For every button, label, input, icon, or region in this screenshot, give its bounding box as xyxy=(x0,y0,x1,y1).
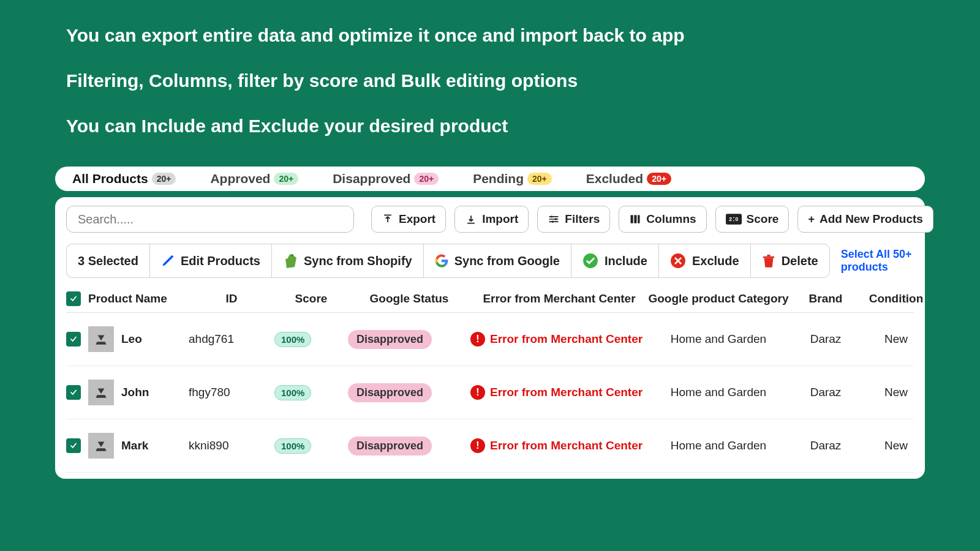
toolbar-primary: Export Import Filters Columns 20 Score xyxy=(66,206,914,233)
tab-disapproved[interactable]: Disapproved 20+ xyxy=(333,171,439,186)
product-name: Leo xyxy=(121,332,142,346)
sliders-icon xyxy=(548,213,560,225)
plus-icon: + xyxy=(808,213,815,226)
brand: Daraz xyxy=(789,439,862,452)
columns-button[interactable]: Columns xyxy=(619,206,706,233)
svg-rect-4 xyxy=(635,215,637,223)
sync-shopify-button[interactable]: Sync from Shopify xyxy=(271,244,423,278)
col-gcat: Google product Category xyxy=(648,292,789,305)
score-button[interactable]: 20 Score xyxy=(715,206,790,233)
score-badge: 100% xyxy=(274,438,311,454)
delete-button[interactable]: Delete xyxy=(750,244,830,278)
headline-2: Filtering, Columns, filter by score and … xyxy=(66,70,919,92)
row-checkbox[interactable] xyxy=(66,332,81,347)
header-checkbox[interactable] xyxy=(66,291,81,306)
tab-label: Pending xyxy=(473,171,524,186)
button-label: Import xyxy=(482,212,518,226)
google-status-badge: Disapproved xyxy=(348,437,432,455)
table-row: Leo ahdg761 100% Disapproved ! Error fro… xyxy=(66,313,914,366)
row-checkbox[interactable] xyxy=(66,438,81,453)
x-circle-icon xyxy=(670,253,686,269)
svg-text:0: 0 xyxy=(735,216,738,222)
tab-all-products[interactable]: All Products 20+ xyxy=(72,171,176,186)
product-thumbnail xyxy=(88,326,114,352)
search-input[interactable] xyxy=(66,206,354,233)
marketing-headlines: You can export entire data and optimize … xyxy=(0,0,980,167)
exclude-button[interactable]: Exclude xyxy=(658,244,750,278)
button-label: Export xyxy=(399,212,435,226)
merchant-error-text: Error from Merchant Center xyxy=(490,439,643,452)
tab-label: Disapproved xyxy=(333,171,410,186)
table-row: Mark kkni890 100% Disapproved ! Error fr… xyxy=(66,419,914,473)
svg-point-9 xyxy=(733,217,734,219)
col-name: Product Name xyxy=(88,292,167,305)
col-id: ID xyxy=(189,292,274,305)
col-gstatus: Google Status xyxy=(348,292,470,305)
tab-excluded[interactable]: Excluded 20+ xyxy=(586,171,671,186)
button-label: Add New Products xyxy=(820,212,923,226)
check-circle-icon xyxy=(582,253,598,269)
filters-button[interactable]: Filters xyxy=(537,206,610,233)
button-label: Include xyxy=(605,254,647,268)
button-label: Sync from Google xyxy=(454,254,560,268)
sync-google-button[interactable]: Sync from Google xyxy=(423,244,571,278)
product-name: Mark xyxy=(121,439,148,452)
columns-icon xyxy=(629,213,641,225)
merchant-error-text: Error from Merchant Center xyxy=(490,386,643,399)
product-thumbnail xyxy=(88,433,114,459)
svg-rect-6 xyxy=(726,214,742,224)
svg-point-0 xyxy=(551,216,552,217)
include-button[interactable]: Include xyxy=(571,244,658,278)
selection-count-label: 3 Selected xyxy=(78,254,138,268)
google-category: Home and Garden xyxy=(648,439,789,452)
shopify-icon xyxy=(283,253,298,269)
product-id: kkni890 xyxy=(189,439,274,452)
button-label: Sync from Shopify xyxy=(304,254,412,268)
svg-rect-3 xyxy=(631,215,633,223)
tab-label: Approved xyxy=(210,171,270,186)
button-label: Delete xyxy=(782,254,818,268)
svg-rect-13 xyxy=(763,257,774,258)
edit-products-button[interactable]: Edit Products xyxy=(149,244,271,278)
google-category: Home and Garden xyxy=(648,332,789,346)
brand: Daraz xyxy=(789,332,862,346)
tab-pending[interactable]: Pending 20+ xyxy=(473,171,552,186)
add-new-products-button[interactable]: + Add New Products xyxy=(797,206,933,233)
download-icon xyxy=(465,213,477,225)
filter-tabs-bar: All Products 20+ Approved 20+ Disapprove… xyxy=(55,167,925,191)
select-all-link[interactable]: Select All 50+ products xyxy=(841,248,914,274)
button-label: Score xyxy=(747,212,779,226)
google-status-badge: Disapproved xyxy=(348,383,432,402)
table-body: Leo ahdg761 100% Disapproved ! Error fro… xyxy=(66,313,914,473)
brand: Daraz xyxy=(789,386,862,399)
condition: New xyxy=(862,332,930,346)
svg-point-10 xyxy=(733,220,734,222)
tab-approved[interactable]: Approved 20+ xyxy=(210,171,298,186)
col-score: Score xyxy=(274,292,348,305)
product-thumbnail xyxy=(88,380,114,405)
table-header: Product Name ID Score Google Status Erro… xyxy=(66,285,914,313)
import-button[interactable]: Import xyxy=(454,206,529,233)
col-error: Error from Merchant Center xyxy=(470,292,648,305)
headline-3: You can Include and Exclude your desired… xyxy=(66,115,919,137)
button-label: Filters xyxy=(565,212,600,226)
tab-count-badge: 20+ xyxy=(152,173,176,185)
col-brand: Brand xyxy=(789,292,862,305)
condition: New xyxy=(862,386,930,399)
col-condition: Condition xyxy=(862,292,930,305)
tab-label: Excluded xyxy=(586,171,643,186)
svg-rect-5 xyxy=(638,215,639,223)
svg-rect-14 xyxy=(767,255,771,257)
svg-point-2 xyxy=(552,221,554,223)
svg-text:2: 2 xyxy=(729,216,732,222)
trash-icon xyxy=(762,253,775,268)
product-id: ahdg761 xyxy=(189,332,274,346)
button-label: Edit Products xyxy=(181,254,260,268)
google-status-badge: Disapproved xyxy=(348,330,432,349)
export-button[interactable]: Export xyxy=(371,206,446,233)
error-icon: ! xyxy=(470,332,485,347)
row-checkbox[interactable] xyxy=(66,385,81,400)
score-badge: 100% xyxy=(274,332,311,347)
scoreboard-icon: 20 xyxy=(726,213,742,225)
google-icon xyxy=(435,254,448,268)
